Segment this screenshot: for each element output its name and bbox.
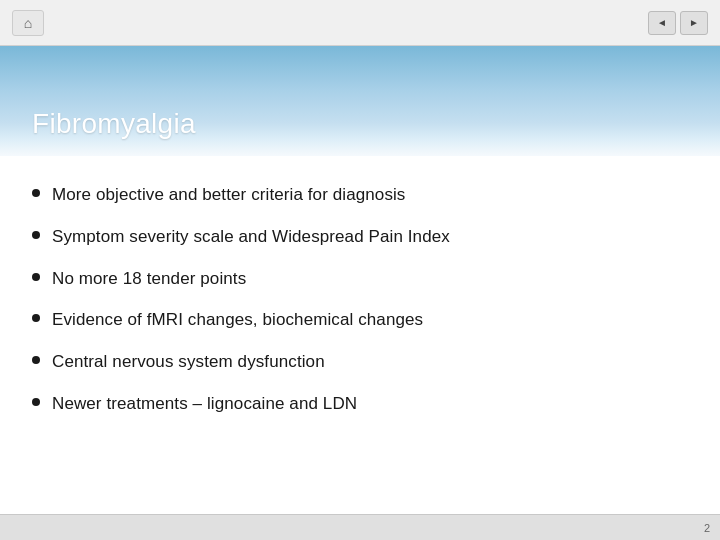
- home-icon: ⌂: [24, 15, 32, 31]
- toolbar: ⌂ ◄ ►: [0, 0, 720, 46]
- toolbar-left: ⌂: [12, 10, 44, 36]
- bullet-dot: [32, 273, 40, 281]
- list-item: Newer treatments – lignocaine and LDN: [32, 383, 688, 425]
- list-item: Symptom severity scale and Widespread Pa…: [32, 216, 688, 258]
- slide-content: More objective and better criteria for d…: [0, 156, 720, 514]
- bullet-text: Evidence of fMRI changes, biochemical ch…: [52, 308, 423, 332]
- list-item: No more 18 tender points: [32, 258, 688, 300]
- bullet-text: Symptom severity scale and Widespread Pa…: [52, 225, 450, 249]
- window: ⌂ ◄ ► Fibromyalgia More objective and be…: [0, 0, 720, 540]
- back-button[interactable]: ◄: [648, 11, 676, 35]
- bullet-dot: [32, 398, 40, 406]
- forward-button[interactable]: ►: [680, 11, 708, 35]
- bullet-text: Newer treatments – lignocaine and LDN: [52, 392, 357, 416]
- page-number: 2: [704, 522, 710, 534]
- bullet-dot: [32, 356, 40, 364]
- back-icon: ◄: [657, 17, 667, 28]
- list-item: More objective and better criteria for d…: [32, 174, 688, 216]
- list-item: Central nervous system dysfunction: [32, 341, 688, 383]
- toolbar-right: ◄ ►: [648, 11, 708, 35]
- forward-icon: ►: [689, 17, 699, 28]
- slide-footer: 2: [0, 514, 720, 540]
- bullet-text: Central nervous system dysfunction: [52, 350, 325, 374]
- bullet-dot: [32, 189, 40, 197]
- bullet-dot: [32, 314, 40, 322]
- list-item: Evidence of fMRI changes, biochemical ch…: [32, 299, 688, 341]
- slide-title: Fibromyalgia: [32, 108, 196, 140]
- bullet-dot: [32, 231, 40, 239]
- slide-header: Fibromyalgia: [0, 46, 720, 156]
- bullet-text: More objective and better criteria for d…: [52, 183, 405, 207]
- slide-container: Fibromyalgia More objective and better c…: [0, 46, 720, 514]
- bullet-text: No more 18 tender points: [52, 267, 246, 291]
- home-button[interactable]: ⌂: [12, 10, 44, 36]
